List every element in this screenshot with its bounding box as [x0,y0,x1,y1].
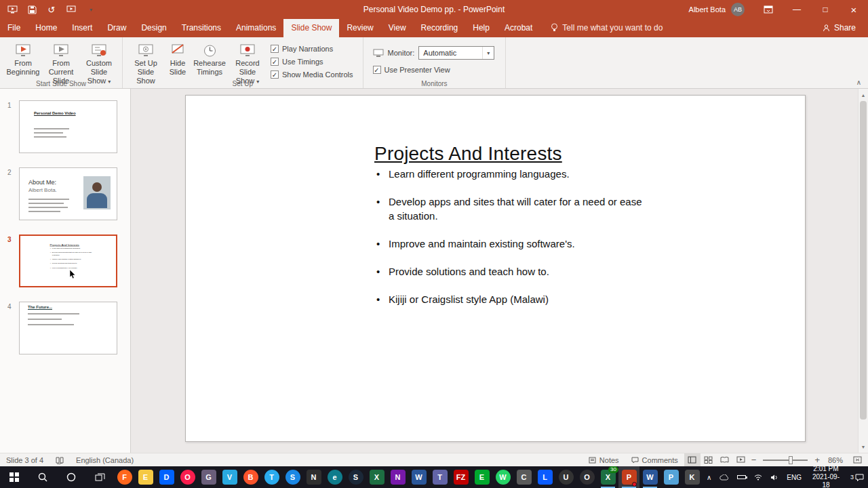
tab-view[interactable]: View [381,19,414,37]
normal-view-icon[interactable] [684,453,701,466]
scroll-up-icon[interactable]: ▲ [859,90,868,100]
taskbar-app-camera[interactable]: C [513,466,534,488]
maximize-button[interactable]: □ [811,0,840,19]
zoom-out-icon[interactable]: − [749,455,759,465]
customize-quick-access-icon[interactable]: ▾ [85,4,96,15]
onedrive-icon[interactable] [715,466,733,488]
taskbar-app-excel-open[interactable]: X30 [597,466,618,488]
use-timings-checkbox[interactable]: Use Timings [271,58,353,66]
task-view-button[interactable] [85,466,114,488]
cortana-button[interactable] [57,466,85,488]
share-button[interactable]: Share [823,23,868,37]
taskbar-app-photos[interactable]: P [660,466,682,488]
taskbar-app-safari[interactable]: S [282,466,303,488]
taskbar-app-dropbox[interactable]: D [156,466,177,488]
fit-to-window-icon[interactable] [849,453,865,466]
slide-4-thumbnail[interactable]: The Future... [19,302,117,354]
undo-icon[interactable]: ↺ [46,4,57,15]
zoom-in-icon[interactable]: + [812,455,822,465]
taskbar-app-file-explorer[interactable]: E [135,466,156,488]
ribbon-display-options-icon[interactable] [754,0,783,19]
slide-3-thumbnail-selected[interactable]: Projects And Interests Learn different p… [19,235,117,287]
taskbar-app-notion[interactable]: N [303,466,324,488]
tab-draw[interactable]: Draw [100,19,134,37]
taskbar-app-powerpoint[interactable]: P [618,466,639,488]
bullet-item[interactable]: Learn different programming languages. [374,167,649,181]
taskbar-clock[interactable]: 2:01 PM 2021-09-18 [806,465,846,488]
battery-icon[interactable] [733,466,750,488]
notes-button[interactable]: Notes [583,453,625,466]
tab-design[interactable]: Design [134,19,174,37]
taskbar-app-teams[interactable]: T [429,466,450,488]
taskbar-app-excel[interactable]: X [366,466,387,488]
show-media-controls-checkbox[interactable]: Show Media Controls [271,70,353,79]
taskbar-app-word-open[interactable]: W [639,466,660,488]
bullet-item[interactable]: Improve and maintain existing software's… [374,237,649,251]
minimize-button[interactable]: — [783,0,811,19]
taskbar-app-word[interactable]: W [408,466,429,488]
bullet-item[interactable]: Provide solutions and teach how to. [374,264,649,279]
tell-me-box[interactable]: Tell me what you want to do [551,23,663,37]
tab-slide-show[interactable]: Slide Show [283,19,339,37]
bullet-item[interactable]: Kijiji or Craigslist style App (Malawi) [374,292,649,306]
slide-canvas[interactable]: Projects And Interests Learn different p… [185,95,806,442]
from-beginning-button[interactable]: From Beginning [4,39,42,78]
taskbar-app-filezilla[interactable]: FZ [450,466,471,488]
taskbar-app-opera[interactable]: O [177,466,198,488]
account-avatar[interactable]: AB [731,3,745,16]
slide-editor-area[interactable]: Projects And Interests Learn different p… [131,89,868,453]
scrollbar-thumb[interactable] [860,101,867,420]
tab-insert[interactable]: Insert [64,19,100,37]
taskbar-app-edge[interactable]: e [324,466,345,488]
slide-sorter-icon[interactable] [701,453,717,466]
account-name[interactable]: Albert Bota [689,5,726,14]
volume-icon[interactable] [766,466,783,488]
search-button[interactable] [28,466,57,488]
hide-slide-button[interactable]: Hide Slide [165,39,191,78]
language-switcher[interactable]: ENG [783,466,806,488]
start-from-beginning-icon[interactable] [66,4,77,15]
slideshow-icon[interactable] [7,4,18,15]
proofing-icon[interactable] [50,453,70,466]
taskbar-app-obs[interactable]: O [576,466,597,488]
scroll-down-icon[interactable]: ▼ [859,442,868,451]
tab-recording[interactable]: Recording [414,19,466,37]
tab-help[interactable]: Help [465,19,497,37]
slide-body-text[interactable]: Learn different programming languages. D… [374,167,649,320]
slide-indicator[interactable]: Slide 3 of 4 [0,453,50,466]
save-icon[interactable] [26,4,37,15]
play-narrations-checkbox[interactable]: Play Narrations [271,45,353,53]
tab-acrobat[interactable]: Acrobat [497,19,540,37]
network-icon[interactable] [750,466,766,488]
taskbar-app-keyboard[interactable]: K [682,466,703,488]
taskbar-app-telegram[interactable]: T [261,466,282,488]
close-button[interactable]: × [840,0,868,19]
slideshow-view-icon[interactable] [733,453,749,466]
tab-review[interactable]: Review [339,19,380,37]
slide-1-thumbnail[interactable]: Personal Demo Video [19,100,117,153]
tab-file[interactable]: File [0,19,28,37]
slide-2-thumbnail[interactable]: About Me: Albert Bota. [19,167,117,220]
taskbar-app-live[interactable]: L [534,466,555,488]
monitor-dropdown[interactable]: Automatic ▾ [418,46,494,60]
taskbar-app-vscode[interactable]: V [219,466,240,488]
taskbar-app-steam[interactable]: S [345,466,366,488]
language-indicator[interactable]: English (Canada) [70,453,140,466]
taskbar-app-ubuntu[interactable]: U [555,466,576,488]
start-button[interactable] [0,466,28,488]
zoom-slider[interactable] [763,460,808,461]
slide-title[interactable]: Projects And Interests [374,143,562,165]
zoom-slider-thumb[interactable] [789,456,793,464]
comments-button[interactable]: Comments [625,453,684,466]
taskbar-app-evernote[interactable]: E [471,466,492,488]
action-center-button[interactable]: 3 [846,466,868,488]
bullet-item[interactable]: Develop apps and sites that will cater f… [374,195,649,223]
tab-transitions[interactable]: Transitions [174,19,229,37]
reading-view-icon[interactable] [717,453,733,466]
taskbar-app-whatsapp[interactable]: W [492,466,513,488]
hidden-icons-chevron[interactable]: ∧ [703,466,715,488]
collapse-ribbon-icon[interactable]: ∧ [856,79,861,86]
taskbar-app-brave[interactable]: B [240,466,261,488]
taskbar-app-firefox[interactable]: F [114,466,135,488]
use-presenter-view-checkbox[interactable]: Use Presenter View [373,66,495,74]
